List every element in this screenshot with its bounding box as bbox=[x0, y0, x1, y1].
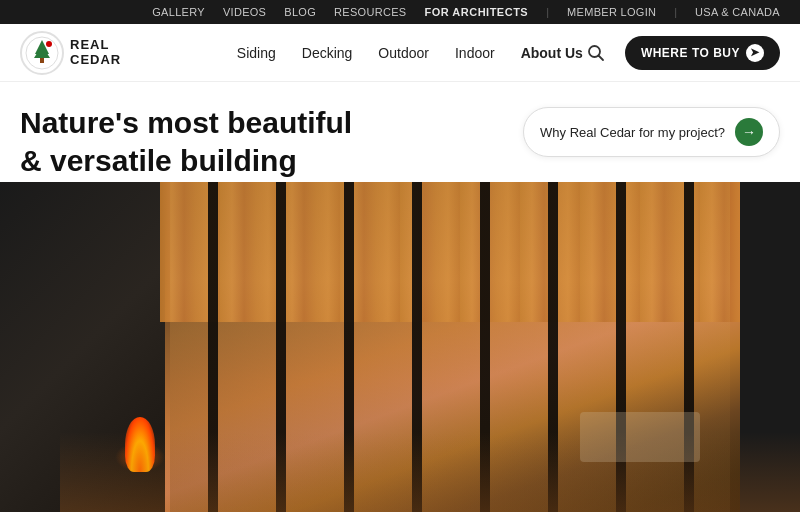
top-nav-blog[interactable]: BLOG bbox=[284, 6, 316, 18]
where-to-buy-button[interactable]: WHERE TO BUY ➤ bbox=[625, 36, 780, 70]
top-bar: GALLERY VIDEOS BLOG RESOURCES FOR ARCHIT… bbox=[0, 0, 800, 24]
main-nav: REAL CEDAR Siding Decking Outdoor Indoor… bbox=[0, 24, 800, 82]
hero-background bbox=[0, 182, 800, 512]
cta-label: Why Real Cedar for my project? bbox=[540, 125, 725, 140]
svg-point-4 bbox=[46, 41, 52, 47]
nav-links: Siding Decking Outdoor Indoor About Us bbox=[237, 44, 583, 62]
logo[interactable]: REAL CEDAR bbox=[20, 31, 121, 75]
top-nav-for-architects[interactable]: FOR ARCHITECTS bbox=[424, 6, 528, 18]
nav-item-decking[interactable]: Decking bbox=[302, 44, 353, 62]
logo-text: REAL CEDAR bbox=[70, 38, 121, 67]
hero-headline-line1: Nature's most beautiful bbox=[20, 106, 352, 139]
separator2: | bbox=[674, 6, 677, 18]
top-nav-member-login[interactable]: MEMBER LOGIN bbox=[567, 6, 656, 18]
cta-pill[interactable]: Why Real Cedar for my project? → bbox=[523, 107, 780, 157]
search-icon bbox=[587, 44, 605, 62]
separator: | bbox=[546, 6, 549, 18]
nav-item-about-us[interactable]: About Us bbox=[521, 44, 583, 62]
logo-icon bbox=[25, 36, 59, 70]
hero-image bbox=[0, 182, 800, 512]
logo-circle bbox=[20, 31, 64, 75]
search-button[interactable] bbox=[583, 44, 609, 62]
nav-item-indoor[interactable]: Indoor bbox=[455, 44, 495, 62]
furniture-silhouette bbox=[580, 412, 700, 462]
top-nav-videos[interactable]: VIDEOS bbox=[223, 6, 266, 18]
top-nav-resources[interactable]: RESOURCES bbox=[334, 6, 406, 18]
nav-item-siding[interactable]: Siding bbox=[237, 44, 276, 62]
where-to-buy-label: WHERE TO BUY bbox=[641, 46, 740, 60]
svg-rect-3 bbox=[40, 58, 44, 63]
hero-section: Nature's most beautiful & versatile buil… bbox=[0, 82, 800, 182]
nav-item-outdoor[interactable]: Outdoor bbox=[378, 44, 429, 62]
svg-line-6 bbox=[598, 55, 603, 60]
top-nav-region[interactable]: USA & CANADA bbox=[695, 6, 780, 18]
top-nav-gallery[interactable]: GALLERY bbox=[152, 6, 205, 18]
cta-arrow-icon: → bbox=[735, 118, 763, 146]
arrow-circle-icon: ➤ bbox=[746, 44, 764, 62]
